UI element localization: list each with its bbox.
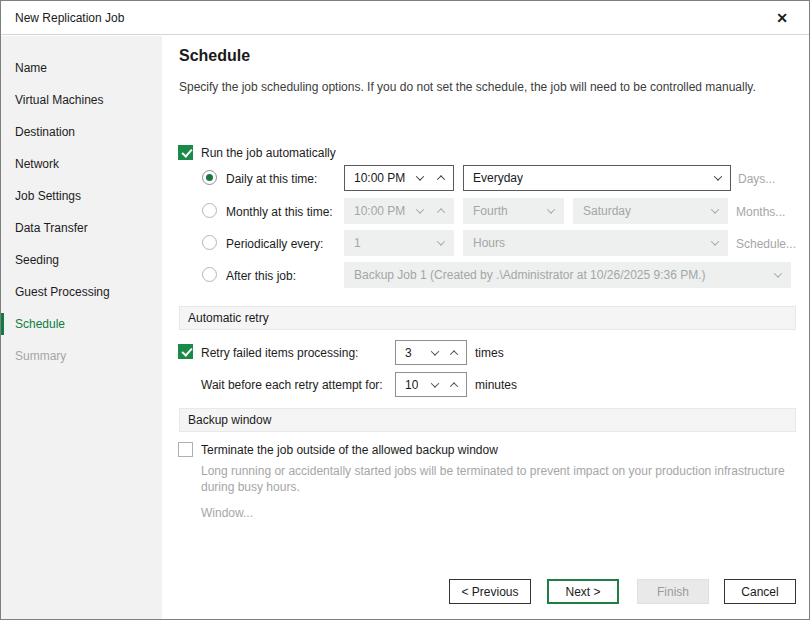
spinner-down-icon	[416, 205, 424, 213]
close-icon[interactable]: ✕	[771, 7, 793, 29]
next-button[interactable]: Next >	[547, 579, 619, 604]
spinner-up-icon[interactable]	[450, 350, 458, 358]
periodically-label[interactable]: Periodically every:	[226, 237, 323, 251]
monthly-label[interactable]: Monthly at this time:	[226, 205, 333, 219]
run-automatically-row: Run the job automatically	[162, 144, 809, 162]
periodically-value-dropdown: 1	[344, 230, 454, 256]
page-subtitle: Specify the job scheduling options. If y…	[179, 80, 756, 94]
chevron-down-icon	[437, 237, 445, 245]
monthly-row: Monthly at this time: 10:00 PM Fourth Sa…	[162, 197, 809, 224]
sidebar-item-summary: Summary	[1, 340, 162, 372]
sidebar-item-name[interactable]: Name	[1, 52, 162, 84]
months-button: Months...	[736, 205, 785, 219]
run-automatically-label[interactable]: Run the job automatically	[201, 146, 336, 160]
daily-row: Daily at this time: 10:00 PM Everyday Da…	[162, 164, 809, 192]
titlebar: New Replication Job ✕	[1, 1, 809, 35]
schedule-step-content: Schedule Specify the job scheduling opti…	[162, 36, 809, 619]
chevron-down-icon	[711, 205, 719, 213]
spinner-down-icon[interactable]	[431, 347, 439, 355]
chevron-down-icon	[711, 237, 719, 245]
chevron-down-icon	[774, 269, 782, 277]
run-automatically-checkbox[interactable]	[178, 145, 193, 160]
wait-minutes-spinner[interactable]: 10	[395, 372, 467, 397]
after-this-job-row: After this job: Backup Job 1 (Created by…	[162, 261, 809, 288]
sidebar-item-seeding[interactable]: Seeding	[1, 244, 162, 276]
spinner-down-icon[interactable]	[431, 379, 439, 387]
page-title: Schedule	[179, 47, 250, 65]
daily-label[interactable]: Daily at this time:	[226, 172, 317, 186]
backup-window-section-header: Backup window	[179, 408, 796, 432]
days-button[interactable]: Days...	[738, 172, 775, 186]
window-button: Window...	[201, 506, 253, 520]
after-this-job-label[interactable]: After this job:	[226, 269, 296, 283]
daily-time-spinner[interactable]: 10:00 PM	[344, 165, 454, 191]
sidebar-item-data-transfer[interactable]: Data Transfer	[1, 212, 162, 244]
times-label: times	[475, 346, 504, 360]
monthly-time-spinner: 10:00 PM	[344, 198, 454, 224]
minutes-label: minutes	[475, 378, 517, 392]
retry-count-spinner[interactable]: 3	[395, 340, 467, 365]
spinner-up-icon[interactable]	[450, 382, 458, 390]
periodically-unit-dropdown: Hours	[463, 230, 728, 256]
monthly-radio[interactable]	[202, 203, 217, 218]
terminate-label[interactable]: Terminate the job outside of the allowed…	[201, 443, 498, 457]
monthly-week-dropdown: Fourth	[463, 198, 564, 224]
sidebar-item-guest-processing[interactable]: Guest Processing	[1, 276, 162, 308]
chevron-down-icon	[547, 205, 555, 213]
new-replication-job-dialog: New Replication Job ✕ Name Virtual Machi…	[0, 0, 810, 620]
wait-label: Wait before each retry attempt for:	[201, 378, 383, 392]
spinner-down-icon[interactable]	[416, 172, 424, 180]
wizard-steps-sidebar: Name Virtual Machines Destination Networ…	[1, 36, 162, 619]
monthly-day-dropdown: Saturday	[573, 198, 728, 224]
terminate-row: Terminate the job outside of the allowed…	[162, 441, 809, 459]
automatic-retry-section-header: Automatic retry	[179, 306, 796, 330]
sidebar-item-schedule[interactable]: Schedule	[1, 308, 162, 340]
retry-checkbox[interactable]	[178, 344, 193, 359]
periodically-row: Periodically every: 1 Hours Schedule...	[162, 229, 809, 256]
retry-label[interactable]: Retry failed items processing:	[201, 346, 358, 360]
sidebar-item-job-settings[interactable]: Job Settings	[1, 180, 162, 212]
terminate-checkbox[interactable]	[178, 442, 193, 457]
schedule-button: Schedule...	[736, 237, 796, 251]
daily-kind-dropdown[interactable]: Everyday	[463, 165, 731, 191]
sidebar-item-virtual-machines[interactable]: Virtual Machines	[1, 84, 162, 116]
finish-button: Finish	[637, 579, 709, 604]
window-title: New Replication Job	[15, 11, 124, 25]
after-this-job-dropdown: Backup Job 1 (Created by .\Administrator…	[344, 262, 791, 288]
retry-row: Retry failed items processing: 3 times	[162, 339, 809, 364]
spinner-up-icon[interactable]	[437, 175, 445, 183]
periodically-radio[interactable]	[202, 235, 217, 250]
terminate-description: Long running or accidentally started job…	[201, 463, 795, 495]
sidebar-item-network[interactable]: Network	[1, 148, 162, 180]
previous-button[interactable]: < Previous	[449, 579, 531, 604]
cancel-button[interactable]: Cancel	[724, 579, 796, 604]
spinner-up-icon	[437, 208, 445, 216]
daily-radio[interactable]	[202, 170, 217, 185]
after-this-job-radio[interactable]	[202, 267, 217, 282]
sidebar-item-destination[interactable]: Destination	[1, 116, 162, 148]
chevron-down-icon	[714, 172, 722, 180]
retry-wait-row: Wait before each retry attempt for: 10 m…	[162, 371, 809, 396]
